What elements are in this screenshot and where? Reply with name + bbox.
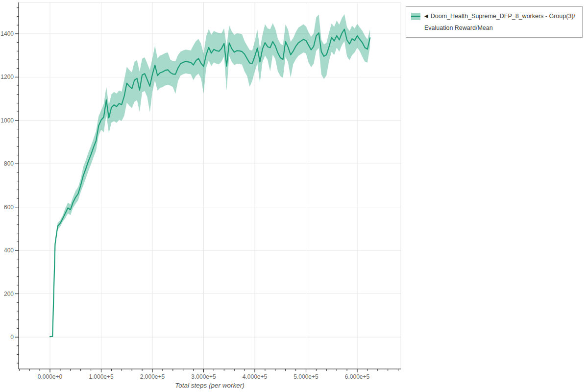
- y-tick-label: 800: [4, 160, 14, 167]
- x-tick-label: 0.000e+0: [38, 373, 63, 380]
- x-tick-label: 4.000e+5: [243, 373, 268, 380]
- x-tick-label: 2.000e+5: [140, 373, 165, 380]
- x-axis-title: Total steps (per worker): [19, 382, 401, 389]
- y-tick-label: 1000: [0, 117, 14, 124]
- collapse-triangle-icon[interactable]: ◀: [424, 13, 428, 19]
- chart-page: 0.000e+01.000e+52.000e+53.000e+54.000e+5…: [0, 0, 588, 392]
- series-band: [50, 14, 370, 337]
- x-tick-label: 1.000e+5: [89, 373, 114, 380]
- legend-swatch-line-icon: [411, 16, 420, 17]
- y-tick-label: 1400: [0, 30, 14, 37]
- legend-box: ◀Doom_Health_Supreme_DFP_8_workers - Gro…: [406, 6, 583, 38]
- x-tick-label: 6.000e+5: [345, 373, 370, 380]
- legend-item-series[interactable]: ◀Doom_Health_Supreme_DFP_8_workers - Gro…: [406, 7, 582, 37]
- legend-label: Doom_Health_Supreme_DFP_8_workers - Grou…: [424, 13, 575, 31]
- legend-swatch-icon[interactable]: [411, 13, 420, 20]
- x-tick-label: 5.000e+5: [294, 373, 318, 380]
- y-tick-label: 0: [10, 334, 14, 341]
- x-tick-label: 3.000e+5: [191, 373, 216, 380]
- y-tick-label: 1200: [0, 74, 14, 80]
- y-tick-label: 200: [4, 291, 14, 297]
- y-tick-label: 400: [4, 247, 14, 254]
- reward-chart-canvas[interactable]: 0.000e+01.000e+52.000e+53.000e+54.000e+5…: [0, 0, 588, 392]
- y-tick-label: 600: [4, 204, 14, 211]
